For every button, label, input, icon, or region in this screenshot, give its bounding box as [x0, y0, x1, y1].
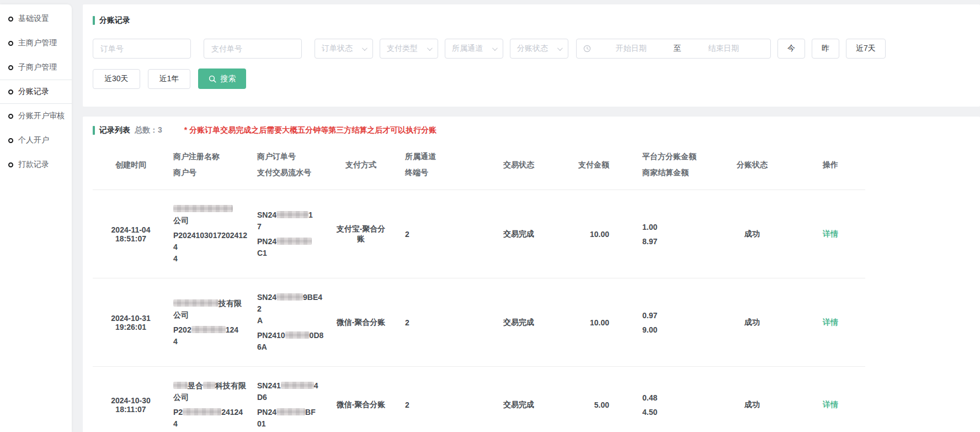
redacted-text	[173, 382, 188, 389]
redacted-text	[276, 211, 308, 218]
column-header-7: 平台方分账金额商家结算金额	[614, 143, 709, 190]
column-header-1: 商户注册名称商户号	[169, 143, 253, 190]
chevron-down-icon	[427, 45, 433, 51]
quick-range-button2-1[interactable]: 近1年	[148, 69, 191, 89]
pay-amount-cell: 10.00	[563, 190, 614, 278]
end-date-placeholder[interactable]: 结束日期	[684, 44, 764, 54]
quick-range-button-2[interactable]: 近7天	[846, 39, 886, 59]
redacted-text	[285, 331, 310, 339]
circle-icon	[8, 89, 13, 94]
detail-link[interactable]: 详情	[823, 400, 838, 409]
sidebar-item-0[interactable]: 基础设置	[0, 7, 72, 31]
total-count: 总数：3	[135, 125, 162, 135]
action-cell: 详情	[796, 278, 865, 367]
column-header-6: 支付金额	[563, 143, 614, 190]
sidebar-item-6[interactable]: 打款记录	[0, 152, 72, 177]
column-header-3: 支付方式	[330, 143, 392, 190]
redacted-text	[281, 382, 314, 389]
filter-card: 分账记录 订单状态支付类型所属通道分账状态 开始日期 至 结束日期	[83, 4, 980, 107]
filter-select-0[interactable]: 订单状态	[315, 39, 373, 59]
sidebar-item-4[interactable]: 分账开户审核	[0, 104, 72, 128]
merchant-cell: 技有限公司P2021244	[169, 278, 253, 367]
table-row: 2024-10-31 19:26:01技有限公司P2021244SN249BE4…	[93, 278, 865, 367]
column-header-4: 所属通道终端号	[392, 143, 475, 190]
redacted-text	[183, 408, 221, 415]
sidebar-item-2[interactable]: 子商户管理	[0, 55, 72, 80]
date-range-picker[interactable]: 开始日期 至 结束日期	[576, 39, 771, 59]
filter-select-3[interactable]: 分账状态	[510, 39, 568, 59]
pay-method-cell: 微信-聚合分账	[330, 278, 392, 367]
circle-icon	[8, 17, 13, 22]
main-content: 分账记录 订单状态支付类型所属通道分账状态 开始日期 至 结束日期	[83, 0, 980, 432]
terminal-cell: 2	[392, 367, 475, 432]
order-cell: SN2417PN24C1	[253, 190, 330, 278]
search-button-label: 搜索	[220, 74, 236, 84]
column-header-5: 交易状态	[475, 143, 563, 190]
clock-icon	[583, 45, 591, 52]
detail-link[interactable]: 详情	[823, 318, 838, 326]
sidebar-item-label: 子商户管理	[18, 62, 57, 72]
sidebar-nav: 基础设置主商户管理子商户管理分账记录分账开户审核个人开户打款记录	[0, 7, 72, 177]
pay-method-cell: 支付宝-聚合分账	[330, 190, 392, 278]
split-amount-cell: 1.008.97	[614, 190, 709, 278]
column-header-9: 操作	[796, 143, 865, 190]
quick-range-button-0[interactable]: 今	[777, 39, 805, 59]
quick-range-button2-0[interactable]: 近30天	[93, 69, 140, 89]
sidebar-item-label: 基础设置	[18, 14, 49, 24]
records-card: 记录列表 总数：3 * 分账订单交易完成之后需要大概五分钟等第三方结算之后才可以…	[83, 117, 980, 432]
order-cell: SN2414D6PN24BF01	[253, 367, 330, 432]
pay-amount-cell: 10.00	[563, 278, 614, 367]
detail-link[interactable]: 详情	[823, 229, 838, 238]
table-row: 2024-10-30 18:11:07昱合科技有限公司P2241244SN241…	[93, 367, 865, 432]
search-button[interactable]: 搜索	[198, 69, 246, 89]
split-status-cell: 成功	[709, 367, 796, 432]
start-date-placeholder[interactable]: 开始日期	[591, 44, 672, 54]
date-separator: 至	[672, 44, 684, 54]
list-title-text: 记录列表	[99, 125, 130, 135]
list-title-row: 记录列表 总数：3 * 分账订单交易完成之后需要大概五分钟等第三方结算之后才可以…	[93, 125, 970, 135]
split-status-cell: 成功	[709, 190, 796, 278]
sidebar-item-5[interactable]: 个人开户	[0, 128, 72, 152]
select-placeholder: 支付类型	[387, 44, 418, 54]
filter-row-2: 近30天近1年 搜索	[93, 69, 970, 89]
circle-icon	[8, 162, 13, 167]
sidebar-item-label: 个人开户	[18, 135, 49, 145]
pay-no-input[interactable]	[204, 39, 302, 59]
order-cell: SN249BE42APN24100D86A	[253, 278, 330, 367]
trade-status-cell: 交易完成	[475, 278, 563, 367]
column-header-2: 商户订单号支付交易流水号	[253, 143, 330, 190]
chevron-down-icon	[557, 45, 563, 51]
quick-range-button-1[interactable]: 昨	[812, 39, 839, 59]
search-icon	[209, 75, 216, 83]
settlement-note: * 分账订单交易完成之后需要大概五分钟等第三方结算之后才可以执行分账	[184, 125, 436, 135]
filter-select-2[interactable]: 所属通道	[445, 39, 503, 59]
table-row: 2024-11-04 18:51:07公司P202410301720241244…	[93, 190, 865, 278]
page-title-text: 分账记录	[99, 15, 130, 25]
sidebar-item-1[interactable]: 主商户管理	[0, 31, 72, 55]
select-placeholder: 分账状态	[517, 44, 548, 54]
action-cell: 详情	[796, 367, 865, 432]
page-title: 分账记录	[93, 15, 970, 25]
filter-select-1[interactable]: 支付类型	[380, 39, 438, 59]
app-layout: 基础设置主商户管理子商户管理分账记录分账开户审核个人开户打款记录 分账记录 订单…	[0, 0, 980, 432]
circle-icon	[8, 138, 13, 143]
column-header-0: 创建时间	[93, 143, 169, 190]
table-header-row: 创建时间商户注册名称商户号商户订单号支付交易流水号支付方式所属通道终端号交易状态…	[93, 143, 865, 190]
order-no-input[interactable]	[93, 39, 191, 59]
created-time-cell: 2024-10-30 18:11:07	[93, 367, 169, 432]
sidebar-item-label: 主商户管理	[18, 38, 57, 48]
chevron-down-icon	[492, 45, 498, 51]
split-amount-cell: 0.484.50	[614, 367, 709, 432]
circle-icon	[8, 41, 13, 46]
created-time-cell: 2024-11-04 18:51:07	[93, 190, 169, 278]
sidebar-item-3[interactable]: 分账记录	[0, 80, 72, 104]
merchant-cell: 公司P202410301720241244	[169, 190, 253, 278]
created-time-cell: 2024-10-31 19:26:01	[93, 278, 169, 367]
filter-row-1: 订单状态支付类型所属通道分账状态 开始日期 至 结束日期 今昨近7天	[93, 39, 970, 59]
records-table: 创建时间商户注册名称商户号商户订单号支付交易流水号支付方式所属通道终端号交易状态…	[93, 143, 865, 432]
pay-amount-cell: 5.00	[563, 367, 614, 432]
select-placeholder: 所属通道	[452, 44, 483, 54]
redacted-text	[276, 293, 303, 301]
redacted-text	[203, 382, 215, 389]
redacted-text	[191, 326, 226, 333]
